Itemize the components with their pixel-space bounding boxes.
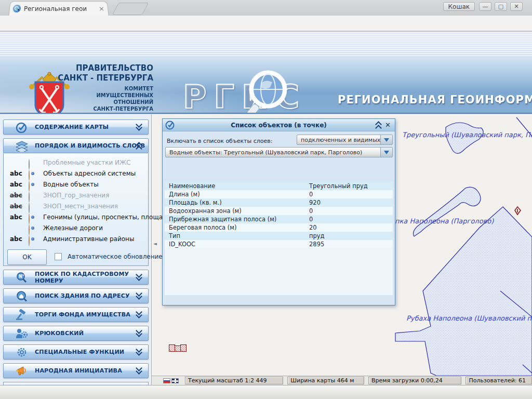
eye-off-icon[interactable] — [29, 192, 38, 199]
panel-peoples-initiative[interactable]: НАРОДНАЯ ИНИЦИАТИВА — [3, 363, 149, 378]
committee-title: КОМИТЕТ ИМУЩЕСТВЕННЫХ ОТНОШЕНИЙ САНКТ-ПЕ… — [52, 85, 153, 112]
layer-row[interactable]: Железные дороги — [4, 223, 148, 233]
layer-label: ЗНОП_местн_значения — [43, 203, 118, 210]
dropdown-arrow-icon[interactable] — [380, 135, 392, 144]
map-width-field: Ширина карты 464 м — [287, 377, 364, 384]
search-building-icon — [15, 290, 29, 302]
table-row[interactable]: Площадь (кв. м.)920 — [165, 198, 393, 207]
dialog-title-bar[interactable]: Список объектов (в точке) ✕ — [163, 119, 395, 131]
tab-title: Региональная геои — [23, 5, 87, 12]
table-row[interactable]: Длина (м)0 — [165, 190, 393, 198]
eye-icon[interactable] — [29, 181, 38, 188]
tab-close-icon[interactable]: × — [98, 5, 104, 12]
layer-label: Железные дороги — [43, 224, 103, 232]
table-row[interactable]: ID_KOOC2895 — [165, 240, 393, 248]
panel-label: ТОРГИ ФОНДА ИМУЩЕСТВА — [35, 311, 130, 318]
layer-row[interactable]: abc Водные объекты — [4, 179, 148, 190]
labels-abc-struck-icon[interactable]: abc — [10, 203, 26, 210]
site-header: ПРАВИТЕЛЬСТВО САНКТ - ПЕТЕРБУРГА КОМИТЕТ… — [0, 32, 532, 114]
labels-abc-icon[interactable]: abc — [10, 181, 26, 188]
table-row[interactable]: Прибрежная защитная полоса (м)0 — [165, 215, 393, 223]
layer-row[interactable]: abc Административные районы — [4, 234, 148, 244]
new-tab-button[interactable] — [112, 3, 149, 15]
panel-cadastre-search[interactable]: N° ПОИСК ПО КАДАСТРОВОМУ НОМЕРУ — [3, 270, 149, 285]
table-row[interactable]: Береговая полоса (м)20 — [165, 223, 393, 232]
panel-label: СОДЕРЖАНИЕ КАРТЫ — [35, 124, 109, 130]
panel-label: ПОИСК ЗДАНИЯ ПО АДРЕСУ — [35, 292, 130, 299]
table-row[interactable]: Водоохранная зона (м)0 — [165, 207, 393, 215]
check-circle-icon — [15, 122, 29, 133]
eye-icon[interactable] — [29, 236, 38, 243]
wm-window-label: Кошак — [443, 2, 475, 11]
government-title: ПРАВИТЕЛЬСТВО САНКТ - ПЕТЕРБУРГА — [52, 63, 153, 83]
chevron-down-icon — [136, 311, 142, 318]
browser-tab-strip: Региональная геои × Кошак — ▢ ✕ — [0, 0, 532, 16]
panel-address-search[interactable]: ПОИСК ЗДАНИЯ ПО АДРЕСУ — [3, 288, 149, 303]
megaphone-icon — [15, 365, 29, 377]
panel-kryukovsky[interactable]: КРЮКОВСКИЙ — [3, 326, 149, 341]
layer-label: Объекты адресной системы — [43, 170, 136, 177]
layer-row[interactable]: abc Геонимы (улицы, проспекты, площади и… — [4, 212, 148, 222]
object-list-dialog: Список объектов (в точке) ✕ Включать в с… — [162, 118, 395, 305]
maximize-button[interactable]: ▢ — [495, 2, 507, 11]
labels-abc-icon[interactable]: abc — [10, 170, 26, 177]
chevron-down-icon — [136, 330, 142, 337]
chevron-down-icon — [136, 292, 142, 300]
labels-abc-icon[interactable]: abc — [10, 214, 26, 221]
object-select-dropdown[interactable]: Водные объекты: Треугольный (Шуваловский… — [165, 147, 393, 157]
layer-filter-dropdown[interactable]: подключенных и видимых на карте — [297, 135, 393, 145]
gear-icon — [15, 347, 29, 358]
sidebar-collapse-arrow[interactable]: ◄ — [153, 240, 157, 247]
labels-abc-struck-icon[interactable]: abc — [10, 192, 26, 199]
dialog-close-icon[interactable]: ✕ — [385, 121, 391, 129]
chevron-down-icon — [136, 367, 142, 375]
table-empty-area — [165, 248, 393, 295]
panel-label: КРЮКОВСКИЙ — [35, 330, 84, 337]
map-label-pond1: Треугольный (Шуваловский парк, Парголово… — [402, 131, 532, 139]
eye-icon[interactable] — [29, 225, 38, 232]
close-button[interactable]: ✕ — [510, 2, 523, 11]
table-row[interactable]: НаименованиеТреугольный пруд — [165, 182, 393, 190]
eye-off-icon[interactable] — [29, 203, 38, 210]
rgis-globe-magnifier-logo — [243, 70, 291, 114]
eye-icon[interactable] — [29, 170, 38, 177]
red-map-marker — [515, 207, 521, 215]
panel-label: СПЕЦИАЛЬНЫЕ ФУНКЦИИ — [35, 349, 124, 355]
layer-row[interactable]: abc ЗНОП_местн_значения — [4, 201, 148, 211]
panel-special-functions[interactable]: СПЕЦИАЛЬНЫЕ ФУНКЦИИ — [3, 344, 149, 360]
layer-row[interactable]: Проблемные участки ИЖС — [4, 157, 148, 168]
panel-layer-order[interactable]: ПОРЯДОК И ВИДИМОСТЬ СЛОЕВ — [3, 138, 149, 153]
chevron-down-icon — [136, 124, 142, 131]
ok-button[interactable]: OK — [7, 249, 47, 265]
table-row[interactable]: Типпруд — [165, 232, 393, 240]
layer-label: Административные районы — [43, 235, 134, 243]
chevron-up-icon — [136, 142, 142, 150]
dialog-collapse-icon[interactable] — [375, 122, 381, 129]
minimize-button[interactable]: — — [479, 2, 491, 11]
eye-icon[interactable] — [29, 214, 38, 221]
panel-property-auctions[interactable]: ТОРГИ ФОНДА ИМУЩЕСТВА — [3, 307, 149, 322]
eye-off-icon[interactable] — [29, 159, 38, 166]
svg-text:N°: N° — [19, 274, 24, 279]
uk-flag-icon[interactable] — [171, 378, 179, 383]
layer-row[interactable]: abc ЗНОП_гор_значения — [4, 190, 148, 201]
object-value: Водные объекты: Треугольный (Шуваловский… — [166, 149, 380, 156]
filter-value: подключенных и видимых на карте — [297, 137, 380, 143]
russian-flag-icon[interactable] — [163, 378, 170, 383]
layer-row[interactable]: abc Объекты адресной системы — [4, 168, 148, 179]
dialog-title: Список объектов (в точке) — [163, 122, 395, 129]
labels-abc-icon[interactable]: abc — [10, 235, 26, 243]
map-label-pond2: пка Наполеона (Парголово) — [395, 217, 494, 225]
chevron-down-icon — [136, 349, 142, 356]
panel-label: ПОИСК ПО КАДАСТРОВОМУ НОМЕРУ — [35, 271, 148, 284]
portal-banner-title: РЕГИОНАЛЬНАЯ ГЕОИНФОРМАЦИ — [338, 94, 532, 106]
panel-map-contents[interactable]: СОДЕРЖАНИЕ КАРТЫ — [3, 119, 149, 135]
layer-label: Водные объекты — [43, 181, 99, 188]
auto-update-checkbox[interactable] — [55, 253, 62, 260]
gavel-icon — [15, 309, 29, 321]
dropdown-arrow-icon[interactable] — [380, 148, 392, 157]
check-circle-icon — [165, 120, 176, 130]
browser-tab[interactable]: Региональная геои × — [8, 1, 109, 16]
layer-label: ЗНОП_гор_значения — [43, 192, 109, 199]
layer-label: Проблемные участки ИЖС — [43, 159, 130, 166]
